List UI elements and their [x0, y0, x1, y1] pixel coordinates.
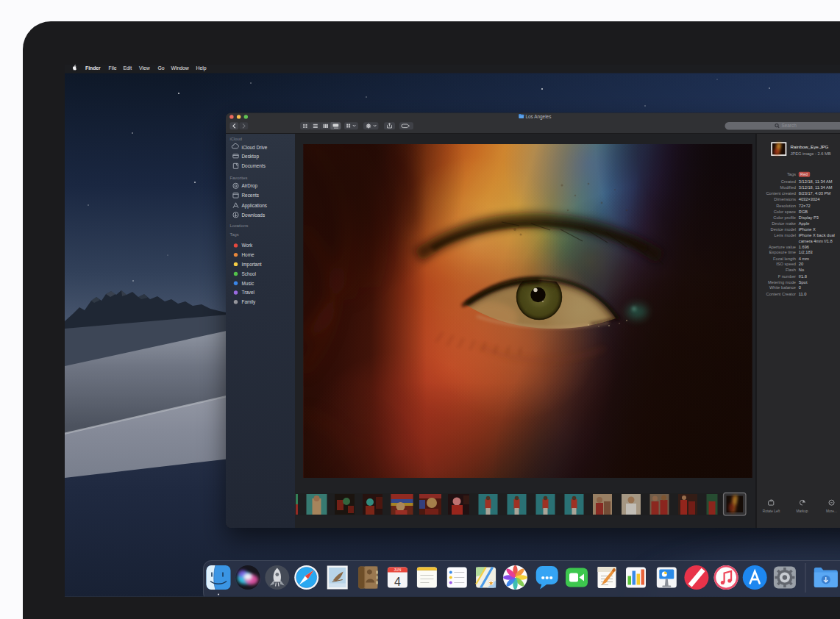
svg-text:Travel: Travel — [242, 290, 255, 295]
svg-text:Content Creator: Content Creator — [766, 292, 797, 296]
svg-text:Tags: Tags — [230, 232, 239, 237]
svg-text:1/2,183: 1/2,183 — [799, 250, 813, 254]
svg-text:JPEG image - 2.6 MB: JPEG image - 2.6 MB — [791, 151, 831, 156]
svg-text:Help: Help — [196, 65, 207, 71]
svg-text:72×72: 72×72 — [799, 204, 811, 208]
svg-text:Aperture value: Aperture value — [769, 245, 796, 249]
svg-text:8/23/17, 4:03 PM: 8/23/17, 4:03 PM — [799, 191, 831, 196]
svg-text:Locations: Locations — [230, 223, 249, 228]
svg-text:Apple: Apple — [799, 221, 810, 226]
svg-text:11.0: 11.0 — [799, 292, 807, 296]
svg-text:camera 4mm f/1.8: camera 4mm f/1.8 — [799, 239, 833, 243]
svg-text:Tags: Tags — [787, 172, 796, 176]
svg-text:Important: Important — [242, 262, 262, 268]
svg-text:4: 4 — [394, 576, 401, 588]
svg-text:ISO speed: ISO speed — [776, 262, 796, 266]
svg-text:Dimensions: Dimensions — [774, 197, 796, 201]
svg-text:iPhone X: iPhone X — [799, 227, 816, 232]
svg-text:Edit: Edit — [124, 65, 132, 71]
svg-text:1.696: 1.696 — [799, 245, 809, 249]
svg-text:20: 20 — [799, 262, 803, 266]
svg-text:Resolution: Resolution — [776, 204, 796, 208]
svg-text:Search: Search — [782, 123, 797, 128]
svg-text:View: View — [139, 65, 150, 71]
svg-text:Rainbow_Eye.JPG: Rainbow_Eye.JPG — [791, 144, 829, 149]
svg-text:Flash: Flash — [786, 268, 796, 272]
svg-text:School: School — [242, 271, 257, 276]
svg-text:3/12/18, 11:34 AM: 3/12/18, 11:34 AM — [799, 185, 833, 190]
svg-text:iCloud Drive: iCloud Drive — [242, 145, 268, 150]
svg-text:Favorites: Favorites — [230, 176, 248, 180]
svg-text:Recents: Recents — [242, 193, 259, 198]
svg-text:4032×3024: 4032×3024 — [799, 197, 820, 201]
svg-text:RGB: RGB — [799, 210, 808, 214]
svg-text:Exposure time: Exposure time — [769, 250, 796, 254]
svg-text:Window: Window — [171, 65, 189, 71]
svg-text:F number: F number — [778, 274, 796, 279]
svg-text:Family: Family — [242, 299, 257, 305]
svg-text:iPhone X back dual: iPhone X back dual — [799, 233, 835, 237]
svg-text:Home: Home — [242, 252, 255, 257]
svg-text:More...: More... — [826, 509, 837, 513]
svg-text:Created: Created — [781, 179, 796, 184]
svg-text:Content created: Content created — [766, 191, 796, 196]
svg-text:AirDrop: AirDrop — [242, 183, 258, 189]
svg-text:Go: Go — [158, 65, 165, 71]
svg-text:Device make: Device make — [772, 221, 796, 226]
svg-text:JUN: JUN — [394, 568, 402, 572]
svg-text:Downloads: Downloads — [242, 212, 266, 218]
svg-text:File: File — [109, 65, 117, 71]
svg-text:Red: Red — [800, 172, 808, 176]
svg-text:Markup: Markup — [797, 509, 808, 513]
svg-text:Los Angeles: Los Angeles — [526, 114, 552, 120]
svg-text:Color profile: Color profile — [773, 215, 796, 220]
svg-text:Device model: Device model — [771, 227, 796, 232]
svg-text:No: No — [799, 268, 804, 272]
svg-text:Lens model: Lens model — [775, 233, 796, 237]
svg-text:Focal length: Focal length — [773, 257, 796, 261]
svg-text:0: 0 — [799, 285, 801, 290]
svg-text:Rotate Left: Rotate Left — [763, 509, 780, 513]
svg-text:Display P3: Display P3 — [799, 215, 819, 220]
svg-text:Documents: Documents — [242, 163, 266, 168]
svg-text:White balance: White balance — [769, 285, 796, 290]
svg-text:Desktop: Desktop — [242, 154, 260, 160]
svg-text:Color space: Color space — [774, 210, 796, 214]
svg-text:Work: Work — [242, 243, 254, 248]
svg-text:3/12/18, 11:34 AM: 3/12/18, 11:34 AM — [799, 179, 833, 184]
svg-text:Applications: Applications — [242, 203, 267, 209]
svg-text:Modified: Modified — [780, 185, 797, 190]
svg-text:Spot: Spot — [799, 280, 808, 285]
svg-text:f/1.8: f/1.8 — [799, 274, 807, 279]
svg-text:iCloud: iCloud — [230, 137, 242, 141]
svg-text:Finder: Finder — [85, 65, 101, 71]
svg-text:4 mm: 4 mm — [799, 257, 809, 261]
svg-text:Metering mode: Metering mode — [768, 280, 796, 285]
svg-text:Music: Music — [242, 281, 255, 286]
